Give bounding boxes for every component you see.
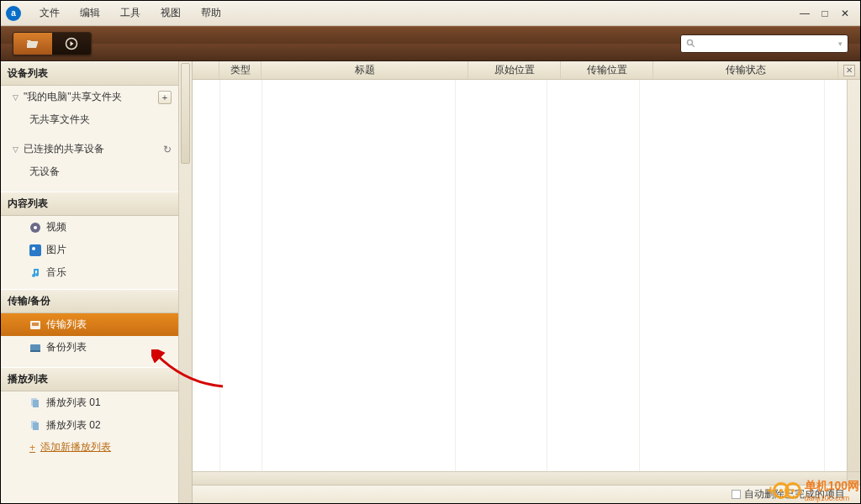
watermark-url: danji100.com — [805, 494, 859, 502]
refresh-icon[interactable]: ↻ — [163, 144, 172, 155]
menu-edit[interactable]: 编辑 — [70, 3, 110, 24]
sidebar-item-label: 图片 — [46, 243, 66, 257]
chevron-down-icon: ▽ — [13, 93, 18, 102]
link-label: 添加新播放列表 — [40, 440, 111, 454]
maximize-button[interactable]: □ — [818, 8, 832, 19]
section-playlist: 播放列表 — [1, 367, 178, 391]
sidebar-scrollbar[interactable] — [178, 61, 192, 503]
plus-icon: + — [29, 442, 35, 454]
music-icon — [29, 267, 41, 279]
watermark: 单机100网 danji100.com — [773, 479, 859, 502]
main-panel: 类型 标题 原始位置 传输位置 传输状态 ✕ 自动删除已完成的项目 — [193, 61, 860, 503]
minimize-button[interactable]: — — [798, 8, 811, 19]
search-icon — [686, 39, 696, 49]
watermark-brand: 单机100网 — [805, 479, 859, 494]
autodelete-checkbox[interactable] — [732, 490, 741, 499]
tool-open-folder[interactable] — [13, 33, 52, 55]
sidebar-item-label: "我的电脑"共享文件夹 — [24, 90, 122, 104]
sidebar-item-label: 传输列表 — [46, 318, 87, 332]
sidebar-item-mypc[interactable]: ▽ "我的电脑"共享文件夹 + — [1, 86, 178, 108]
col-type[interactable]: 类型 — [219, 61, 261, 79]
sidebar-item-video[interactable]: 视频 — [1, 216, 178, 239]
svg-rect-7 — [30, 344, 40, 351]
search-box[interactable]: ▾ — [680, 34, 848, 53]
col-status[interactable]: 传输状态 — [653, 61, 838, 79]
clear-icon: ✕ — [843, 65, 855, 76]
column-headers: 类型 标题 原始位置 传输位置 传输状态 ✕ — [193, 61, 860, 80]
menu-tools[interactable]: 工具 — [110, 3, 151, 24]
svg-rect-8 — [30, 350, 40, 352]
video-icon — [29, 222, 41, 234]
svg-rect-4 — [29, 244, 41, 256]
search-input[interactable] — [700, 39, 838, 49]
footer-bar: 自动删除已完成的项目 — [193, 485, 860, 503]
backup-icon — [29, 342, 41, 354]
sidebar-item-label: 音乐 — [46, 265, 66, 280]
sidebar-item-music[interactable]: 音乐 — [1, 261, 178, 284]
grid-scrollbar-vertical[interactable] — [847, 80, 860, 471]
menubar: a 文件 编辑 工具 视图 帮助 — □ ✕ — [1, 1, 860, 26]
col-source[interactable]: 原始位置 — [468, 61, 561, 79]
col-index[interactable] — [193, 61, 219, 79]
search-dropdown-icon[interactable]: ▾ — [838, 39, 843, 48]
sidebar-item-no-shared: 无共享文件夹 — [1, 108, 178, 131]
tool-play[interactable] — [52, 33, 91, 55]
sidebar-item-label: 备份列表 — [46, 340, 87, 354]
sidebar: 设备列表 ▽ "我的电脑"共享文件夹 + 无共享文件夹 ▽ 已连接的共享设备 ↻… — [1, 61, 193, 503]
toolbar: ▾ — [1, 26, 860, 61]
sidebar-item-label: 无共享文件夹 — [29, 113, 90, 127]
play-circle-icon — [65, 37, 78, 50]
close-button[interactable]: ✕ — [838, 8, 852, 19]
svg-point-5 — [32, 247, 35, 250]
sidebar-item-playlist-1[interactable]: 播放列表 01 — [1, 391, 178, 414]
add-folder-button[interactable]: + — [158, 91, 172, 104]
sidebar-item-backup-list[interactable]: 备份列表 — [1, 336, 178, 359]
sidebar-item-label: 视频 — [46, 220, 66, 234]
section-content: 内容列表 — [1, 192, 178, 216]
folder-open-icon — [26, 38, 40, 50]
grid-scrollbar-horizontal[interactable] — [193, 471, 847, 485]
svg-point-1 — [688, 40, 693, 45]
col-target[interactable]: 传输位置 — [561, 61, 653, 79]
sidebar-item-label: 无设备 — [29, 165, 60, 179]
photo-icon — [29, 244, 41, 256]
chevron-down-icon: ▽ — [13, 145, 18, 154]
sidebar-item-label: 播放列表 02 — [46, 418, 101, 433]
playlist-icon — [29, 420, 41, 432]
playlist-icon — [29, 397, 41, 409]
menu-view[interactable]: 视图 — [151, 3, 191, 24]
sidebar-item-label: 播放列表 01 — [46, 396, 101, 410]
section-transfer: 传输/备份 — [1, 289, 178, 313]
add-playlist-link[interactable]: + 添加新播放列表 — [1, 437, 178, 458]
transfer-icon — [29, 319, 41, 331]
col-title[interactable]: 标题 — [261, 61, 468, 79]
transfer-grid — [193, 80, 860, 485]
sidebar-item-playlist-2[interactable]: 播放列表 02 — [1, 414, 178, 437]
menu-help[interactable]: 帮助 — [191, 3, 231, 24]
svg-point-3 — [34, 226, 37, 229]
svg-rect-10 — [33, 400, 39, 407]
sidebar-item-connected[interactable]: ▽ 已连接的共享设备 ↻ — [1, 138, 178, 160]
sidebar-item-transfer-list[interactable]: 传输列表 — [1, 313, 178, 336]
app-icon: a — [6, 6, 21, 21]
menu-file[interactable]: 文件 — [29, 3, 70, 24]
section-devices: 设备列表 — [1, 61, 178, 86]
sidebar-item-label: 已连接的共享设备 — [24, 142, 104, 156]
sidebar-item-photo[interactable]: 图片 — [1, 239, 178, 261]
sidebar-item-no-device: 无设备 — [1, 160, 178, 183]
col-clear[interactable]: ✕ — [838, 61, 860, 79]
svg-rect-12 — [33, 423, 39, 430]
